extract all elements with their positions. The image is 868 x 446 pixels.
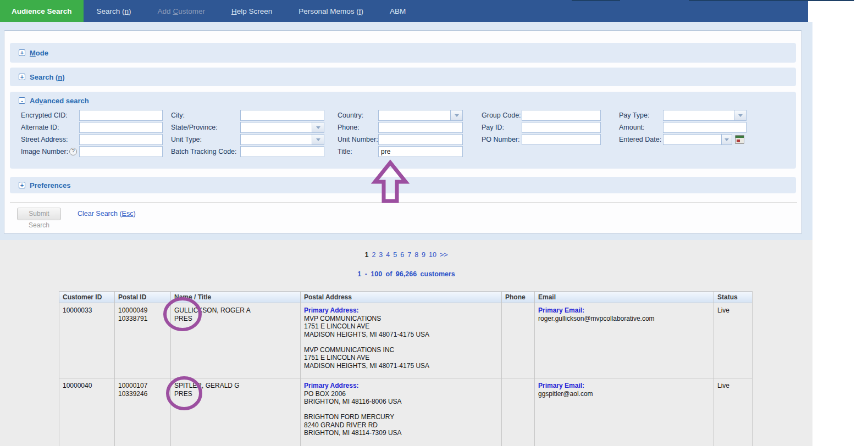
city-input[interactable]: [240, 110, 324, 121]
section-search: + Search (n): [10, 68, 796, 86]
unit-number-input[interactable]: [378, 134, 463, 145]
pay-type-input[interactable]: [663, 110, 734, 121]
top-nav: Audience Search Search (n) Add Customer …: [0, 0, 808, 22]
calendar-icon[interactable]: [735, 135, 744, 144]
form-column-1: Encrypted CID: Alternate ID: Street Addr…: [21, 109, 163, 158]
pagination-page-link[interactable]: 6: [400, 251, 404, 259]
section-mode: + Mode: [10, 43, 796, 63]
amount-input[interactable]: [663, 122, 747, 133]
nav-add-customer-suf: ustomer: [178, 7, 205, 15]
po-number-input[interactable]: [522, 134, 601, 145]
expand-plus-icon[interactable]: +: [19, 49, 25, 56]
primary-address-label: Primary Address:: [304, 382, 498, 390]
state-province-select[interactable]: [240, 122, 324, 133]
city-label: City:: [171, 112, 240, 119]
image-number-input[interactable]: [79, 146, 163, 157]
help-icon[interactable]: ?: [69, 148, 77, 155]
alternate-id-label: Alternate ID:: [21, 124, 79, 131]
pagination-next-link[interactable]: >>: [440, 251, 448, 259]
phone-input[interactable]: [378, 122, 463, 133]
nav-search-key: n: [125, 7, 129, 15]
alternate-id-input[interactable]: [79, 122, 163, 133]
status-cell: Live: [714, 378, 753, 446]
primary-email-label: Primary Email:: [538, 382, 710, 390]
clear-search-suf: ): [133, 210, 135, 218]
table-row[interactable]: 10000040 10000107 10339246 SPITLER, GERA…: [59, 378, 753, 446]
form-column-4: Group Code: Pay ID: PO Number:: [482, 109, 601, 146]
pay-type-select[interactable]: [663, 110, 747, 121]
field-country: Country:: [338, 109, 463, 121]
pagination-page-link[interactable]: 7: [407, 251, 411, 259]
state-province-input[interactable]: [240, 122, 312, 133]
nav-abm[interactable]: ABM: [377, 0, 419, 22]
submit-search-button[interactable]: Submit Search: [17, 208, 61, 220]
chevron-down-icon: [316, 138, 320, 141]
nav-help-key: H: [231, 7, 237, 15]
expand-plus-icon[interactable]: +: [19, 182, 25, 188]
section-mode-title: Mode: [30, 49, 48, 57]
section-search-header[interactable]: + Search (n): [10, 68, 796, 86]
phone-cell: [502, 378, 535, 446]
title-input[interactable]: [378, 146, 463, 157]
clear-search-link[interactable]: Clear Search (Esc): [78, 210, 136, 218]
nav-add-customer-pre: Add: [158, 7, 173, 15]
dropdown-arrow-icon[interactable]: [450, 110, 463, 121]
form-column-5: Pay Type: Amount: Entered Date:: [619, 109, 747, 146]
street-address-input[interactable]: [79, 134, 163, 145]
group-code-label: Group Code:: [482, 112, 522, 119]
section-advanced-header[interactable]: - Advanced search: [10, 92, 796, 109]
email-value: roger.gullickson@mvpcollaborative.com: [538, 315, 710, 323]
unit-type-input[interactable]: [240, 134, 312, 145]
postal-id-line: 10000107: [118, 382, 167, 390]
email-value: ggspitler@aol.com: [538, 390, 710, 398]
section-advanced-search: - Advanced search Encrypted CID: Alterna…: [10, 92, 796, 169]
dropdown-arrow-icon[interactable]: [734, 110, 747, 121]
nav-add-customer-label: Add Customer: [158, 7, 205, 15]
entered-date-input[interactable]: [663, 134, 721, 145]
title-label: Title:: [338, 148, 378, 155]
nav-help-screen[interactable]: Help Screen: [218, 0, 285, 22]
encrypted-cid-input[interactable]: [79, 110, 163, 121]
table-row[interactable]: 10000033 10000049 10338791 GULLICKSON, R…: [59, 303, 753, 378]
top-edge-line: [572, 0, 620, 1]
header-status: Status: [714, 292, 753, 303]
pagination-page-link[interactable]: 10: [429, 251, 436, 259]
nav-search-label: Search (n): [97, 7, 131, 15]
group-code-input[interactable]: [522, 110, 601, 121]
nav-add-customer[interactable]: Add Customer: [145, 0, 218, 22]
field-image-number: Image Number: ?: [21, 146, 163, 158]
address-line: PO BOX 2006: [304, 390, 498, 398]
pagination-page-link[interactable]: 3: [379, 251, 383, 259]
dropdown-arrow-icon[interactable]: [312, 122, 324, 133]
primary-address-label: Primary Address:: [304, 306, 498, 315]
section-search-title: Search (n): [30, 73, 65, 81]
pay-id-input[interactable]: [522, 122, 601, 133]
search-panel: + Mode + Search (n) - Advanced search En…: [4, 30, 802, 234]
dropdown-arrow-icon[interactable]: [312, 134, 324, 145]
country-input[interactable]: [378, 110, 450, 121]
pagination-page-link[interactable]: 9: [422, 251, 425, 259]
postal-address-cell: Primary Address: MVP COMMUNICATIONS 1751…: [301, 303, 502, 378]
section-mode-header[interactable]: + Mode: [10, 43, 796, 63]
country-select[interactable]: [378, 110, 463, 121]
dropdown-arrow-icon[interactable]: [721, 134, 732, 145]
header-phone: Phone: [502, 292, 535, 303]
collapse-minus-icon[interactable]: -: [19, 97, 25, 104]
nav-search[interactable]: Search (n): [84, 0, 145, 22]
entered-date-select[interactable]: [663, 134, 732, 145]
pagination-page-link[interactable]: 4: [386, 251, 390, 259]
field-street-address: Street Address:: [21, 133, 163, 146]
nav-add-customer-key: C: [173, 7, 178, 15]
nav-abm-label: ABM: [390, 7, 406, 15]
pagination-page-link[interactable]: 2: [372, 251, 375, 259]
batch-tracking-code-input[interactable]: [240, 146, 324, 157]
chevron-down-icon: [738, 114, 743, 117]
unit-type-select[interactable]: [240, 134, 324, 145]
tab-audience-search[interactable]: Audience Search: [0, 0, 84, 22]
customer-name: SPITLER, GERALD G: [174, 382, 297, 390]
section-preferences-header[interactable]: + Preferences: [10, 177, 796, 193]
pagination-page-link[interactable]: 5: [393, 251, 397, 259]
expand-plus-icon[interactable]: +: [19, 74, 25, 80]
pagination-page-link[interactable]: 8: [414, 251, 418, 259]
nav-personal-memos[interactable]: Personal Memos (f): [285, 0, 377, 22]
